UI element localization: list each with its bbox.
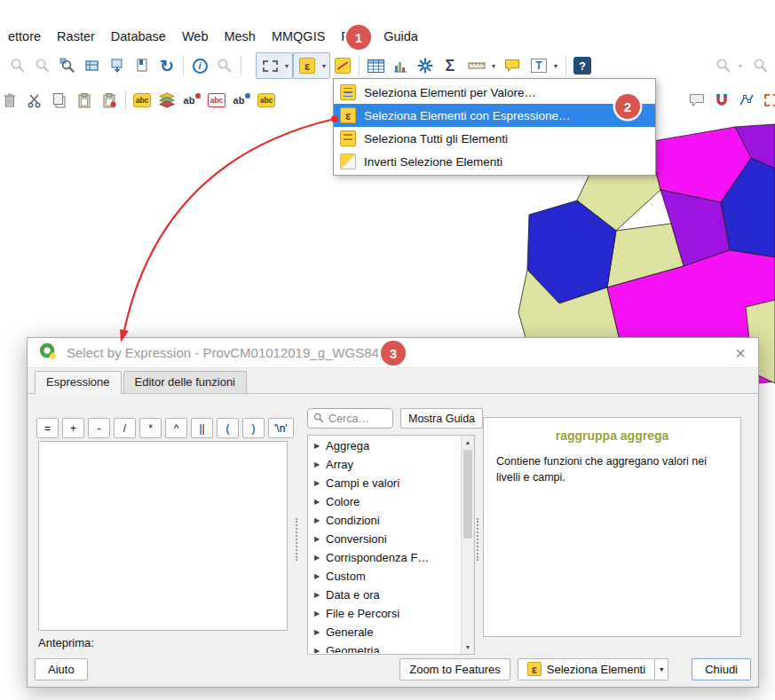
copy-button[interactable] xyxy=(47,89,72,112)
expander-icon[interactable]: ▶ xyxy=(314,572,326,580)
select-features-rectangle-button[interactable] xyxy=(257,54,282,77)
close-icon[interactable]: × xyxy=(733,344,747,362)
bookmark-button[interactable] xyxy=(130,54,154,77)
function-group-item[interactable]: ▶ Campi e valori xyxy=(309,474,460,492)
select-dropdown-arrow[interactable]: ▾ xyxy=(655,658,668,680)
chevron-down-icon[interactable]: ▾ xyxy=(736,62,745,70)
new-layer-button[interactable] xyxy=(80,54,105,77)
help-toolbar-button[interactable]: ? xyxy=(570,54,595,77)
context-menu-item[interactable]: Seleziona Elementi per Valore… xyxy=(334,81,655,104)
zoom-next-button[interactable] xyxy=(30,54,55,77)
delete-button[interactable] xyxy=(0,89,22,112)
zoom-last-button[interactable] xyxy=(5,54,30,77)
context-menu-item[interactable]: Seleziona Elementi con Espressione… xyxy=(334,104,655,127)
scroll-thumb[interactable] xyxy=(463,450,472,539)
operator-button[interactable]: + xyxy=(62,418,84,438)
scroll-down-icon[interactable]: ▼ xyxy=(462,641,474,654)
expander-icon[interactable]: ▶ xyxy=(314,498,326,506)
highlight-pinned-labels-button[interactable]: abc xyxy=(204,89,229,112)
expander-icon[interactable]: ▶ xyxy=(314,460,326,468)
function-group-item[interactable]: ▶ Array xyxy=(309,455,460,474)
callout-button[interactable] xyxy=(684,89,709,112)
function-group-item[interactable]: ▶ Corrispondenza F… xyxy=(309,548,460,567)
layer-labeling-button[interactable]: abc xyxy=(130,89,154,112)
pin-labels-button[interactable]: ab xyxy=(179,89,204,112)
processing-toolbox-button[interactable] xyxy=(413,54,438,77)
expander-icon[interactable]: ▶ xyxy=(314,591,326,599)
function-group-item[interactable]: ▶ Aggrega xyxy=(309,437,460,455)
dialog-tab[interactable]: Espressione xyxy=(35,371,122,394)
expander-icon[interactable]: ▶ xyxy=(314,628,326,636)
expression-editor[interactable] xyxy=(38,441,288,631)
edit-vertices-button[interactable] xyxy=(734,89,759,112)
measure-button[interactable] xyxy=(464,54,489,77)
splitter-handle[interactable] xyxy=(477,518,478,561)
move-label-button[interactable]: ab xyxy=(229,89,254,112)
layer-styling-button[interactable] xyxy=(154,89,179,112)
zoom-to-layer-button[interactable] xyxy=(55,54,80,77)
tree-scrollbar[interactable]: ▲ ▼ xyxy=(461,436,474,654)
show-help-button[interactable]: Mostra Guida xyxy=(400,408,483,429)
function-group-item[interactable]: ▶ Colore xyxy=(309,492,460,511)
operator-button[interactable]: = xyxy=(36,418,59,438)
add-layer-button[interactable] xyxy=(105,54,130,77)
chevron-down-icon[interactable]: ▾ xyxy=(489,62,498,70)
function-group-item[interactable]: ▶ Custom xyxy=(309,567,460,586)
chevron-down-icon[interactable]: ▾ xyxy=(551,62,560,70)
expander-icon[interactable]: ▶ xyxy=(314,610,326,617)
operator-button[interactable]: ^ xyxy=(165,418,187,438)
operator-button[interactable]: '\n' xyxy=(268,418,294,438)
map-tips-button[interactable] xyxy=(500,54,525,77)
change-label-button[interactable]: abc xyxy=(254,89,279,112)
expander-icon[interactable]: ▶ xyxy=(314,535,326,543)
chevron-down-icon[interactable]: ▾ xyxy=(320,62,328,70)
menubar-item[interactable]: Mesh xyxy=(216,26,263,47)
function-group-item[interactable]: ▶ Generale xyxy=(309,623,460,641)
splitter-handle[interactable] xyxy=(296,518,297,561)
function-search-input[interactable]: Cerca… xyxy=(307,408,393,429)
operator-button[interactable]: - xyxy=(88,418,110,438)
menubar-item[interactable]: Raster xyxy=(49,26,103,47)
dialog-tab[interactable]: Editor delle funzioni xyxy=(123,371,247,393)
context-menu-item[interactable]: Inverti Selezione Elementi xyxy=(334,150,655,173)
statistical-summary-button[interactable]: Σ xyxy=(438,54,463,77)
function-group-item[interactable]: ▶ Condizioni xyxy=(309,511,460,530)
identify-features-button[interactable]: i xyxy=(187,54,212,77)
text-annotation-button[interactable]: T xyxy=(526,54,551,77)
cut-button[interactable] xyxy=(22,89,47,112)
expander-icon[interactable]: ▶ xyxy=(314,516,326,524)
snapping-magnet-button[interactable] xyxy=(709,89,734,112)
select-features-button[interactable]: Seleziona Elementi xyxy=(518,658,655,680)
function-group-item[interactable]: ▶ Data e ora xyxy=(309,586,460,604)
zoom-actual-button[interactable] xyxy=(212,54,237,77)
nav-back-button[interactable] xyxy=(711,54,736,77)
paste-special-button[interactable] xyxy=(97,89,122,112)
operator-button[interactable]: ( xyxy=(217,418,239,438)
chevron-down-icon[interactable]: ▾ xyxy=(282,62,291,70)
function-group-item[interactable]: ▶ Geometria xyxy=(309,641,460,653)
nav-forward-button[interactable] xyxy=(748,54,773,77)
menubar-item[interactable]: Web xyxy=(174,26,217,47)
paste-button[interactable] xyxy=(72,89,97,112)
tracing-button[interactable] xyxy=(759,89,775,112)
function-group-item[interactable]: ▶ Conversioni xyxy=(309,530,460,548)
operator-button[interactable]: * xyxy=(139,418,162,438)
expander-icon[interactable]: ▶ xyxy=(314,479,326,487)
statistics-chart-button[interactable] xyxy=(388,54,413,77)
help-button[interactable]: Aiuto xyxy=(35,658,88,680)
menubar-item[interactable]: MMQGIS xyxy=(264,26,333,47)
attribute-table-button[interactable] xyxy=(363,54,388,77)
menubar-item[interactable]: ettore xyxy=(0,26,49,47)
operator-button[interactable]: ) xyxy=(242,418,265,438)
menubar-item[interactable]: Guida xyxy=(376,26,426,47)
expander-icon[interactable]: ▶ xyxy=(314,647,326,653)
close-button[interactable]: Chiudi xyxy=(692,658,751,680)
expander-icon[interactable]: ▶ xyxy=(314,554,326,562)
menubar-item[interactable]: Database xyxy=(103,26,174,47)
operator-button[interactable]: || xyxy=(191,418,213,438)
scroll-up-icon[interactable]: ▲ xyxy=(462,436,474,449)
operator-button[interactable]: / xyxy=(114,418,136,438)
select-by-expression-toolbar-button[interactable]: ε xyxy=(295,54,320,77)
refresh-button[interactable]: ↻ xyxy=(154,54,179,77)
deselect-features-button[interactable] xyxy=(330,54,355,77)
